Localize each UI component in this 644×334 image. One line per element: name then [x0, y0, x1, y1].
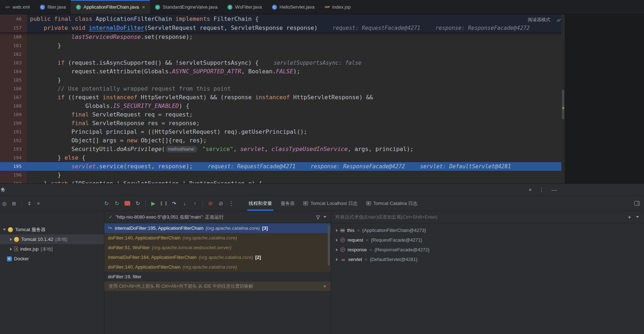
editor-tab[interactable]: filter.java — [35, 0, 71, 14]
editor-tab[interactable]: ApplicationFilterChain.java × — [71, 0, 150, 14]
line-number[interactable]: 190 — [0, 119, 27, 128]
stack-frame-row[interactable]: doFilter:140, ApplicationFilterChain (or… — [104, 262, 331, 272]
debugger-tab[interactable]: Tomcat Localhost 日志 — [299, 196, 362, 211]
line-number[interactable]: 194 — [0, 154, 27, 162]
code-line[interactable]: 185 } — [0, 76, 561, 84]
line-number[interactable]: 183 — [0, 59, 27, 67]
step-out-icon[interactable]: ↑ — [192, 201, 198, 206]
expand-chevron-icon[interactable] — [336, 239, 338, 242]
debugger-tab[interactable]: Tomcat Catalina 日志 — [362, 196, 422, 211]
inspections-ok-icon[interactable]: ✓✓ — [556, 17, 562, 23]
code-text[interactable]: } else { — [27, 154, 85, 162]
line-number[interactable]: 46 — [0, 14, 27, 23]
editor-tab[interactable]: HelloServlet.java — [267, 0, 320, 14]
services-tree-item[interactable]: index.jsp [本地] — [0, 244, 104, 254]
thread-selector[interactable]: "http-nio-8080-exec-5"@3,051 在组"main": 正… — [115, 214, 313, 220]
chevron-down-icon[interactable] — [323, 216, 326, 218]
step-into-icon[interactable]: ↓ — [182, 201, 187, 206]
rerun-icon[interactable]: ↻ — [104, 201, 109, 206]
chevron-down-icon[interactable] — [636, 216, 639, 218]
layout-settings-icon[interactable] — [634, 201, 640, 206]
add-watch-icon[interactable]: + — [628, 214, 631, 220]
close-hint-icon[interactable]: × — [323, 283, 326, 289]
step-over-icon[interactable]: ↷ — [171, 201, 177, 206]
divider[interactable] — [145, 200, 146, 207]
code-line[interactable]: 193 SecurityUtil.doAsPrivilege(methodNam… — [0, 145, 561, 154]
more-icon[interactable]: ⋮ — [228, 201, 234, 206]
code-line[interactable]: 197 } catch (IOException | ServletExcept… — [0, 179, 561, 183]
code-area[interactable]: 180 lastServicedResponse.set(response); … — [0, 33, 561, 183]
evaluate-expression-input[interactable] — [335, 214, 623, 220]
debugger-tab[interactable]: 服务器 — [276, 196, 299, 211]
code-line[interactable]: 180 lastServicedResponse.set(response); — [0, 33, 561, 41]
more-options-icon[interactable]: ⋮ — [539, 187, 544, 192]
code-text[interactable]: } — [27, 76, 61, 84]
code-text[interactable]: if (request.isAsyncSupported() && !servl… — [27, 59, 362, 67]
code-text[interactable]: SecurityUtil.doAsPrivilege(methodName: "… — [27, 145, 413, 154]
code-line[interactable]: 195 servlet.service(request, response);r… — [0, 162, 561, 171]
code-text[interactable]: servlet.service(request, response);reque… — [27, 162, 511, 171]
line-number[interactable]: 191 — [0, 128, 27, 136]
code-line[interactable]: 190 final ServletResponse res = response… — [0, 119, 561, 128]
editor-tab[interactable]: StandardEngineValve.java — [150, 0, 222, 14]
breakpoint-options-icon[interactable]: ⊘ — [218, 201, 224, 206]
code-line[interactable]: 184 request.setAttribute(Globals.ASYNC_S… — [0, 67, 561, 76]
sticky-code-line[interactable]: 157 private void internalDoFilter(Servle… — [0, 23, 561, 32]
line-number[interactable]: 186 — [0, 84, 27, 93]
expand-chevron-icon[interactable] — [336, 229, 338, 232]
variable-row[interactable]: request = {RequestFacade@4271} — [331, 235, 644, 245]
code-line[interactable]: 183 if (request.isAsyncSupported() && !s… — [0, 59, 561, 67]
collapse-all-icon[interactable]: × — [37, 201, 40, 206]
services-tree-item[interactable]: Docker — [0, 254, 104, 264]
tree-chevron-icon[interactable] — [3, 229, 6, 230]
code-text[interactable] — [27, 50, 30, 59]
variable-row[interactable]: response = {ResponseFacade@4272} — [331, 245, 644, 255]
stack-frame-row[interactable]: doFilter:19, filter — [104, 272, 331, 282]
line-number[interactable]: 184 — [0, 67, 27, 76]
stop-icon[interactable] — [124, 201, 130, 206]
code-text[interactable]: request.setAttribute(Globals.ASYNC_SUPPO… — [27, 67, 300, 76]
debugger-tab[interactable]: 线程和变量 — [244, 196, 276, 211]
hide-panel-icon[interactable]: — — [552, 187, 557, 192]
pause-icon[interactable] — [161, 201, 167, 206]
line-number[interactable]: 187 — [0, 93, 27, 102]
code-line[interactable]: 188 Globals.IS_SECURITY_ENABLED) { — [0, 102, 561, 110]
code-text[interactable]: final ServletResponse res = response; — [27, 119, 200, 128]
code-line[interactable]: 194 } else { — [0, 154, 561, 162]
refresh-icon[interactable]: ↻ — [135, 201, 141, 206]
line-number[interactable]: 193 — [0, 145, 27, 154]
resume-icon[interactable]: ▶ — [150, 201, 156, 206]
line-number[interactable]: 182 — [0, 50, 27, 59]
line-number[interactable]: 181 — [0, 41, 27, 50]
services-tree-item[interactable]: Tomcat 10.1.42 [本地] — [0, 234, 104, 244]
code-line[interactable]: 182 — [0, 50, 561, 59]
line-number[interactable]: 195 — [0, 162, 27, 171]
line-number[interactable]: 197 — [0, 179, 27, 183]
tree-chevron-icon[interactable] — [10, 248, 12, 251]
stack-frame-row[interactable]: internalDoFilter:164, ApplicationFilterC… — [104, 252, 331, 262]
code-line[interactable]: 181 } — [0, 41, 561, 50]
expand-chevron-icon[interactable] — [336, 258, 338, 261]
code-text[interactable]: Principal principal = ((HttpServletReque… — [27, 128, 307, 136]
code-text[interactable]: final ServletRequest req = request; — [27, 110, 193, 119]
code-text[interactable]: Globals.IS_SECURITY_ENABLED) { — [27, 102, 189, 110]
line-number[interactable]: 185 — [0, 76, 27, 84]
sticky-code-line[interactable]: 46 public final class ApplicationFilterC… — [0, 14, 561, 23]
code-line[interactable]: 192 Object[] args = new Object[]{req, re… — [0, 136, 561, 145]
tree-chevron-icon[interactable] — [10, 238, 12, 241]
open-in-new-tab-icon[interactable]: ⊞ — [12, 201, 16, 206]
code-text[interactable]: if ((request instanceof HttpServletReque… — [27, 93, 373, 102]
scroll-to-source-icon[interactable]: ⌖ — [529, 187, 532, 192]
code-text[interactable]: } catch (IOException | ServletException … — [27, 179, 262, 183]
mute-breakpoints-icon[interactable]: ⊘ — [208, 201, 213, 206]
scrollbar-thumb[interactable] — [562, 90, 564, 119]
filter-frames-icon[interactable] — [316, 215, 321, 220]
line-number[interactable]: 196 — [0, 171, 27, 179]
editor-scrollbar[interactable] — [561, 14, 565, 183]
line-number[interactable]: 157 — [0, 23, 27, 32]
frames-scrollbar[interactable] — [328, 225, 330, 266]
stack-frame-row[interactable]: internalDoFilter:195, ApplicationFilterC… — [104, 223, 331, 233]
code-text[interactable]: private void internalDoFilter(ServletReq… — [27, 23, 530, 32]
variable-row[interactable]: this = {ApplicationFilterChain@4273} — [331, 225, 644, 235]
close-tab-icon[interactable]: × — [142, 4, 145, 10]
